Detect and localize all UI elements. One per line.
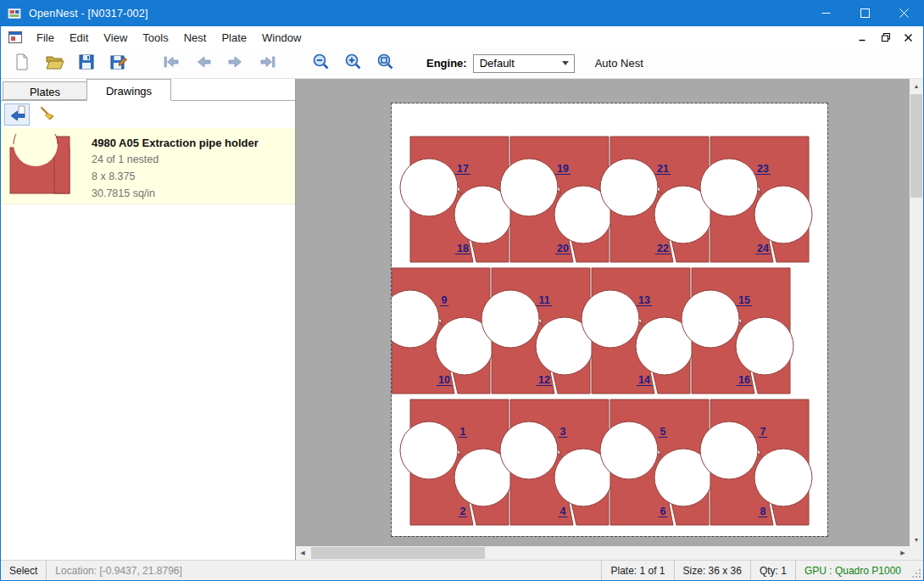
part-number: 20 xyxy=(557,243,569,254)
scroll-right-icon[interactable]: ▶ xyxy=(896,546,910,560)
maximize-button[interactable] xyxy=(845,1,884,26)
part-number: 8 xyxy=(760,506,766,517)
horizontal-scroll-thumb[interactable] xyxy=(311,547,485,559)
part-thumbnail xyxy=(8,134,81,197)
drawings-toolbar xyxy=(1,101,295,128)
nest-canvas[interactable]: 171819202122232491011121314151612345678 xyxy=(296,79,910,546)
side-panel: Plates Drawings xyxy=(1,79,296,560)
nested-part-pair[interactable]: 34 xyxy=(500,399,612,525)
window-controls xyxy=(806,1,923,26)
part-number: 1 xyxy=(460,426,466,438)
engine-selected-value: Default xyxy=(480,57,515,70)
vertical-scroll-thumb[interactable] xyxy=(910,94,922,198)
zoom-fit-button[interactable] xyxy=(372,51,398,76)
menu-item-nest[interactable]: Nest xyxy=(176,27,214,48)
nested-part-pair[interactable]: 1920 xyxy=(500,137,612,262)
minimize-icon xyxy=(821,6,831,21)
part-number: 15 xyxy=(738,294,750,306)
part-number: 18 xyxy=(457,243,469,254)
broom-icon xyxy=(38,104,56,126)
close-icon xyxy=(899,6,909,21)
zoom-out-button[interactable] xyxy=(308,51,333,76)
send-back-button[interactable] xyxy=(4,103,30,126)
menu-item-tools[interactable]: Tools xyxy=(135,27,175,48)
vertical-scrollbar[interactable]: ▲ ▼ xyxy=(910,79,923,546)
engine-select[interactable]: Default xyxy=(473,54,575,73)
save-as-button[interactable] xyxy=(106,51,131,76)
main-body: Plates Drawings xyxy=(1,79,923,560)
part-number: 4 xyxy=(560,506,566,517)
part-number: 22 xyxy=(657,243,669,254)
nested-part-pair[interactable]: 1112 xyxy=(481,268,593,394)
nested-part-pair[interactable]: 1516 xyxy=(682,268,793,394)
menu-item-view[interactable]: View xyxy=(96,27,135,48)
horizontal-scrollbar[interactable]: ◀ ▶ xyxy=(296,546,910,560)
maximize-icon xyxy=(860,6,870,21)
zoom-in-button[interactable] xyxy=(340,51,365,76)
tab-plates[interactable]: Plates xyxy=(3,81,87,100)
plate-sheet[interactable]: 171819202122232491011121314151612345678 xyxy=(392,103,827,536)
status-gpu: GPU : Quadro P1000 xyxy=(795,561,910,580)
nested-part-pair[interactable]: 56 xyxy=(600,399,712,525)
open-button[interactable] xyxy=(42,51,67,76)
save-button[interactable] xyxy=(74,51,99,76)
tab-drawings[interactable]: Drawings xyxy=(86,79,171,101)
nested-part-pair[interactable]: 1314 xyxy=(582,268,693,394)
part-number: 23 xyxy=(757,163,769,175)
menu-item-plate[interactable]: Plate xyxy=(214,27,254,48)
app-window: OpenNest - [N0317-002] FileEditViewTools… xyxy=(0,0,924,581)
nav-next-button[interactable] xyxy=(223,51,248,76)
scroll-down-icon[interactable]: ▼ xyxy=(910,533,923,546)
part-number: 10 xyxy=(438,374,450,386)
part-number: 19 xyxy=(557,163,569,175)
nav-first-button[interactable] xyxy=(159,51,184,76)
part-number: 9 xyxy=(442,294,448,306)
zoom-out-icon xyxy=(312,53,330,74)
menu-item-window[interactable]: Window xyxy=(254,27,309,48)
nested-part-pair[interactable]: 78 xyxy=(700,399,812,525)
scroll-up-icon[interactable]: ▲ xyxy=(910,79,923,92)
drawing-list-item[interactable]: 4980 A05 Extraction pipe holder 24 of 1 … xyxy=(1,128,295,204)
scroll-left-icon[interactable]: ◀ xyxy=(296,546,309,560)
nested-part-pair[interactable]: 2122 xyxy=(600,137,712,262)
menu-item-edit[interactable]: Edit xyxy=(62,27,96,48)
menu-bar: FileEditViewToolsNestPlateWindow xyxy=(1,26,923,48)
part-number: 7 xyxy=(760,426,766,438)
drawing-nested-count: 24 of 1 nested xyxy=(92,153,259,166)
close-button[interactable] xyxy=(884,1,923,26)
canvas-region: 171819202122232491011121314151612345678 … xyxy=(296,79,923,560)
window-title: OpenNest - [N0317-002] xyxy=(29,8,148,20)
part-number: 6 xyxy=(660,506,666,517)
minimize-button[interactable] xyxy=(806,1,845,26)
auto-nest-button[interactable]: Auto Nest xyxy=(595,57,643,70)
nested-part-pair[interactable]: 910 xyxy=(392,268,493,394)
mdi-child-icon[interactable] xyxy=(8,31,22,43)
nested-part-pair[interactable]: 1718 xyxy=(400,137,512,262)
zoom-in-icon xyxy=(344,53,362,74)
nav-last-button[interactable] xyxy=(255,51,281,76)
mdi-minimize-icon xyxy=(859,30,866,45)
status-mode: Select xyxy=(1,561,47,580)
title-bar: OpenNest - [N0317-002] xyxy=(1,1,923,26)
nested-part-pair[interactable]: 2324 xyxy=(700,137,812,262)
new-file-icon xyxy=(13,53,31,75)
mdi-close-button[interactable] xyxy=(898,29,919,46)
resize-grip[interactable] xyxy=(910,561,923,580)
drawing-area: 30.7815 sq/in xyxy=(92,187,259,200)
menu-item-file[interactable]: File xyxy=(29,27,62,48)
save-icon xyxy=(77,53,96,75)
status-right-group: Plate: 1 of 1 Size: 36 x 36 Qty: 1 GPU :… xyxy=(601,561,923,580)
nested-part-pair[interactable]: 12 xyxy=(400,399,512,525)
mdi-restore-icon xyxy=(882,30,890,45)
save-edit-icon xyxy=(109,53,128,75)
new-file-button[interactable] xyxy=(9,51,35,76)
nav-prev-button[interactable] xyxy=(191,51,216,76)
status-plate: Plate: 1 of 1 xyxy=(601,561,673,580)
clean-button[interactable] xyxy=(34,103,59,126)
mdi-restore-button[interactable] xyxy=(875,29,896,46)
mdi-minimize-button[interactable] xyxy=(852,29,873,46)
main-toolbar: Engine: Default Auto Nest xyxy=(1,48,923,79)
part-number: 14 xyxy=(638,374,650,386)
part-number: 12 xyxy=(538,374,550,386)
drawing-item-text: 4980 A05 Extraction pipe holder 24 of 1 … xyxy=(92,134,259,198)
